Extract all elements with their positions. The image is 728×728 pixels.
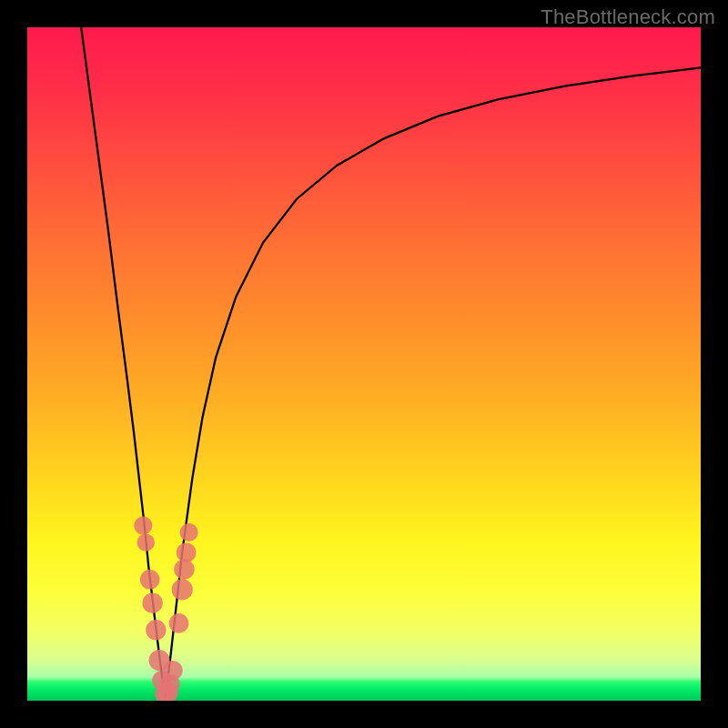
data-dot — [163, 661, 183, 681]
data-dot — [172, 579, 193, 600]
data-dot — [146, 620, 166, 640]
data-dot — [134, 517, 152, 535]
curve-layer — [27, 27, 701, 701]
data-dot — [140, 570, 160, 590]
chart-frame: TheBottleneck.com — [0, 0, 728, 728]
data-dot — [174, 560, 194, 580]
data-dot — [142, 593, 162, 613]
data-dot — [177, 542, 197, 562]
data-dot — [169, 613, 189, 633]
scatter-dots — [134, 517, 197, 701]
bottleneck-curve-right-path — [166, 67, 701, 697]
data-dot — [180, 523, 198, 541]
data-dot — [137, 533, 155, 551]
watermark-text: TheBottleneck.com — [541, 5, 715, 29]
plot-area — [27, 27, 701, 701]
